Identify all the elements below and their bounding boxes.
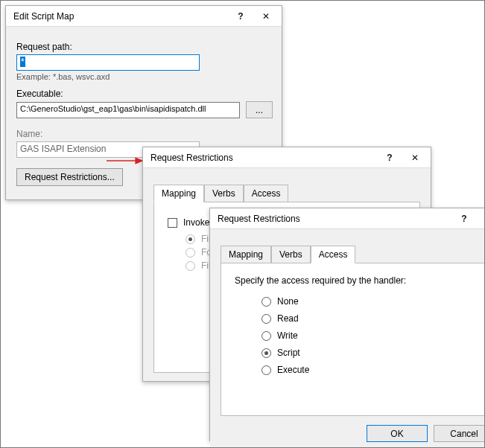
executable-input[interactable]: C:\GeneroStudio\gst_eap1\gas\bin\isapidi… [16,102,240,118]
radio-execute[interactable]: Execute [261,365,481,375]
tabpanel-access: Specify the access required by the handl… [221,263,485,416]
tabs: Mapping Verbs Access [221,246,485,263]
radio-icon [261,365,271,375]
tab-mapping[interactable]: Mapping [221,246,271,263]
tab-verbs[interactable]: Verbs [271,246,311,263]
executable-label: Executable: [16,89,271,99]
ok-button[interactable]: OK [367,425,428,442]
radio-icon [186,261,195,271]
dialog-title: Edit Script Map [13,11,228,22]
close-icon[interactable]: ✕ [253,7,279,26]
request-restrictions-button[interactable]: Request Restrictions... [16,168,123,186]
help-icon[interactable]: ? [228,7,253,26]
radio-read[interactable]: Read [261,313,481,324]
request-path-hint: Example: *.bas, wsvc.axd [16,72,271,81]
titlebar: Request Restrictions ? ✕ [143,147,431,168]
radio-script[interactable]: Script [261,348,481,358]
tab-verbs[interactable]: Verbs [204,185,244,202]
radio-icon [186,234,195,244]
request-path-label: Request path: [16,42,271,52]
dialog-title: Request Restrictions [150,153,377,163]
dialog-title: Request Restrictions [218,214,451,224]
radio-none[interactable]: None [261,296,481,307]
checkbox-icon [168,218,177,228]
tab-mapping[interactable]: Mapping [153,185,204,202]
radio-write[interactable]: Write [261,330,481,341]
radio-icon [261,348,271,358]
browse-button[interactable]: ... [246,101,273,118]
radio-icon [261,314,271,324]
titlebar: Request Restrictions ? ✕ [210,208,485,229]
access-prompt: Specify the access required by the handl… [235,275,481,286]
radio-icon [261,297,271,307]
cancel-button[interactable]: Cancel [434,425,485,442]
titlebar: Edit Script Map ? ✕ [6,6,282,27]
tabs: Mapping Verbs Access [153,185,420,202]
help-icon[interactable]: ? [377,148,402,167]
help-icon[interactable]: ? [451,209,477,228]
tab-access[interactable]: Access [311,246,356,263]
close-icon[interactable]: ✕ [477,209,485,228]
radio-icon [186,248,195,257]
request-restrictions-dialog-access: Request Restrictions ? ✕ Mapping Verbs A… [209,208,485,441]
radio-icon [261,331,271,341]
request-path-input[interactable]: * [16,54,200,71]
tab-access[interactable]: Access [244,185,289,202]
close-icon[interactable]: ✕ [402,148,428,167]
dialog-buttons: OK Cancel [210,416,485,448]
name-label: Name: [16,129,271,139]
